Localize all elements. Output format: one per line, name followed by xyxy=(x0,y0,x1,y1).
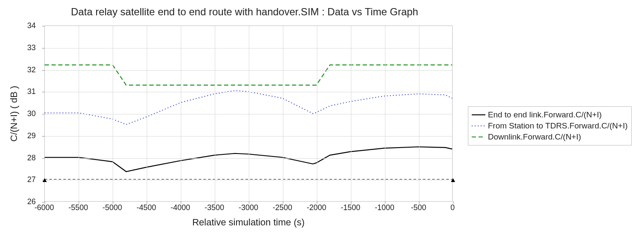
grid-line-v xyxy=(351,26,351,201)
grid-line-h xyxy=(45,158,452,159)
y-tick-label: 32 xyxy=(10,65,36,74)
x-axis-label: Relative simulation time (s) xyxy=(44,217,453,228)
legend: End to end link.Forward.C/(N+I)From Stat… xyxy=(468,106,632,145)
grid-line-h xyxy=(45,48,452,48)
x-axis-ticks: -6000-5500-5000-4500-4000-3500-3000-2500… xyxy=(44,203,453,214)
x-tick-label: 0 xyxy=(450,203,455,212)
y-tick-label: 31 xyxy=(10,87,36,96)
y-tick-mark xyxy=(42,158,45,159)
x-tick-label: -2500 xyxy=(273,203,292,212)
x-tick-label: -3000 xyxy=(239,203,258,212)
y-tick-label: 34 xyxy=(10,21,36,30)
grid-line-h xyxy=(45,114,452,114)
legend-row: Downlink.Forward.C/(N+I) xyxy=(472,131,628,142)
legend-label: Downlink.Forward.C/(N+I) xyxy=(488,132,581,142)
x-tick-label: -4500 xyxy=(137,203,156,212)
y-tick-label: 29 xyxy=(10,131,36,140)
y-tick-mark xyxy=(42,70,45,71)
x-tick-label: -5000 xyxy=(103,203,122,212)
grid-line-v xyxy=(215,26,215,201)
y-axis-ticks: 262728293031323334 xyxy=(0,26,41,202)
grid-line-v xyxy=(419,26,419,201)
grid-line-v xyxy=(317,26,317,201)
x-tick-label: -5500 xyxy=(68,203,88,212)
grid-line-v xyxy=(113,26,113,201)
legend-swatch xyxy=(472,122,485,129)
grid-line-v xyxy=(79,26,79,201)
legend-label: From Station to TDRS.Forward.C/(N+I) xyxy=(488,121,628,131)
x-tick-label: -3500 xyxy=(205,203,224,212)
legend-label: End to end link.Forward.C/(N+I) xyxy=(488,110,602,120)
series-line xyxy=(45,147,452,171)
y-tick-label: 27 xyxy=(10,175,36,184)
grid-line-h xyxy=(45,92,452,92)
y-tick-mark xyxy=(42,114,45,114)
y-tick-label: 26 xyxy=(10,197,36,206)
grid-line-v xyxy=(181,26,181,201)
grid-line-h xyxy=(45,70,452,71)
grid-line-v xyxy=(385,26,385,201)
legend-swatch xyxy=(472,111,485,118)
legend-row: End to end link.Forward.C/(N+I) xyxy=(472,109,628,120)
grid-line-v xyxy=(249,26,249,201)
x-tick-label: -2000 xyxy=(307,203,326,212)
grid-line-h xyxy=(45,180,452,180)
chart-svg xyxy=(45,26,452,201)
x-tick-label: -500 xyxy=(411,203,426,212)
y-tick-mark xyxy=(42,92,45,92)
chart-title: Data relay satellite end to end route wi… xyxy=(0,6,489,18)
x-tick-label: -1000 xyxy=(375,203,394,212)
legend-row: From Station to TDRS.Forward.C/(N+I) xyxy=(472,120,628,131)
series-line xyxy=(45,65,452,85)
reference-marker-right xyxy=(451,178,455,182)
plot-area xyxy=(44,26,453,202)
chart-page: Data relay satellite end to end route wi… xyxy=(0,0,644,242)
y-tick-mark xyxy=(42,48,45,48)
grid-line-v xyxy=(283,26,283,201)
grid-line-v xyxy=(147,26,147,201)
y-tick-mark xyxy=(42,26,45,26)
reference-marker-left xyxy=(43,178,47,182)
x-tick-label: -6000 xyxy=(34,203,54,212)
y-tick-mark xyxy=(42,202,45,202)
series-line xyxy=(45,91,452,125)
y-tick-label: 33 xyxy=(10,43,36,52)
x-tick-label: -4000 xyxy=(171,203,190,212)
grid-line-h xyxy=(45,136,452,137)
y-tick-label: 28 xyxy=(10,153,36,162)
y-tick-label: 30 xyxy=(10,109,36,118)
y-tick-mark xyxy=(42,136,45,137)
x-tick-label: -1500 xyxy=(341,203,360,212)
legend-swatch xyxy=(472,134,485,140)
